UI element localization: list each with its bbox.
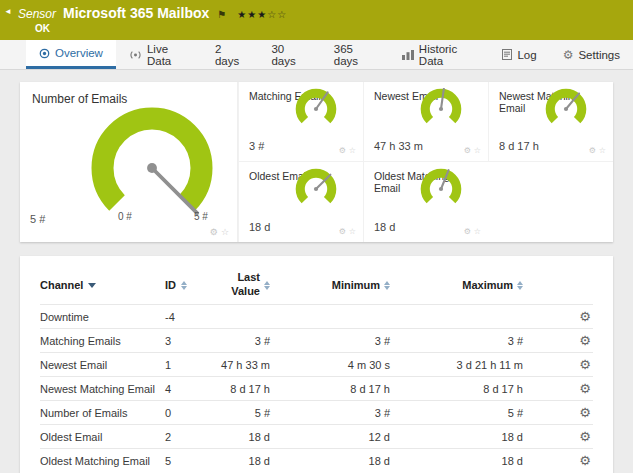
live-data-icon — [129, 50, 142, 60]
gauge-settings-icon[interactable]: ⚙ — [464, 227, 471, 236]
object-kind-label: Sensor — [18, 7, 56, 21]
gauge-card-oldest-email[interactable]: Oldest Email18 d⚙☆ — [238, 162, 363, 242]
channel-id: -4 — [165, 311, 205, 323]
gauge-dial — [295, 88, 337, 134]
channel-id: 1 — [165, 359, 205, 371]
channel-name[interactable]: Oldest Matching Email — [40, 455, 165, 467]
column-header-channel[interactable]: Channel — [40, 279, 165, 291]
channel-settings-icon[interactable]: ⚙ — [579, 453, 593, 468]
gauge-settings-icon[interactable]: ⚙ — [589, 146, 596, 155]
tab-label: Settings — [578, 49, 620, 61]
table-row-downtime[interactable]: Downtime-4⚙ — [40, 304, 593, 328]
channel-minimum: 4 m 30 s — [270, 359, 390, 371]
gauge-settings-icon[interactable]: ⚙ — [339, 146, 346, 155]
channel-maximum: 8 d 17 h — [390, 383, 523, 395]
gauge-dial — [420, 88, 462, 134]
status-badge: OK — [35, 23, 623, 34]
channel-settings-icon[interactable]: ⚙ — [579, 309, 593, 324]
tab-historic-data[interactable]: Historic Data — [389, 40, 490, 69]
gauge-star-icon[interactable]: ☆ — [599, 146, 606, 155]
sort-icon — [181, 281, 187, 290]
channel-id: 5 — [165, 455, 205, 467]
tab-settings[interactable]: ⚙Settings — [550, 40, 633, 69]
gauge-value: 8 d 17 h — [499, 140, 539, 152]
channel-settings-icon[interactable]: ⚙ — [579, 333, 593, 348]
channel-name[interactable]: Oldest Email — [40, 431, 165, 443]
channel-id: 3 — [165, 335, 205, 347]
channel-settings-icon[interactable]: ⚙ — [579, 357, 593, 372]
gauge-card-oldest-matching-email[interactable]: Oldest Matching Email18 d⚙☆ — [363, 162, 488, 242]
sensor-title: Microsoft 365 Mailbox — [63, 5, 209, 21]
gauge-card-newest-email[interactable]: Newest Email47 h 33 m⚙☆ — [363, 82, 488, 162]
channel-maximum: 18 d — [390, 431, 523, 443]
table-row-oldest-email[interactable]: Oldest Email218 d12 d18 d⚙ — [40, 424, 593, 448]
gauge-star-icon[interactable]: ☆ — [474, 146, 481, 155]
tab-log[interactable]: Log — [489, 40, 549, 69]
gauge-star-icon[interactable]: ☆ — [349, 146, 356, 155]
tab-365-days[interactable]: 365 days — [321, 40, 389, 69]
gauge-card-matching-emails[interactable]: Matching Emails3 #⚙☆ — [238, 82, 363, 162]
channel-id: 0 — [165, 407, 205, 419]
channel-last-value: 3 # — [205, 335, 270, 347]
sort-icon — [517, 281, 523, 290]
channel-settings-icon[interactable]: ⚙ — [579, 381, 593, 396]
table-row-oldest-matching-email[interactable]: Oldest Matching Email518 d18 d18 d⚙ — [40, 448, 593, 472]
channel-name[interactable]: Downtime — [40, 311, 165, 323]
channel-last-value: 5 # — [205, 407, 270, 419]
gauges-panel: Number of Emails 0 # 5 # 5 # ⚙☆ Matching… — [20, 82, 613, 242]
gear-icon: ⚙ — [563, 49, 574, 61]
column-label: Minimum — [332, 279, 380, 291]
channel-last-value: 18 d — [205, 455, 270, 467]
channel-last-value: 47 h 33 m — [205, 359, 270, 371]
tab-label: 30 days — [271, 43, 307, 67]
channel-last-value: 18 d — [205, 431, 270, 443]
table-row-matching-emails[interactable]: Matching Emails33 #3 #3 #⚙ — [40, 328, 593, 352]
channel-name[interactable]: Newest Matching Email — [40, 383, 165, 395]
channel-maximum: 18 d — [390, 455, 523, 467]
column-header-id[interactable]: ID — [165, 279, 205, 291]
column-header-last-value[interactable]: Last Value — [205, 271, 270, 299]
gauge-scale-max: 5 # — [194, 211, 208, 222]
channel-settings-icon[interactable]: ⚙ — [579, 429, 593, 444]
column-header-maximum[interactable]: Maximum — [390, 279, 523, 291]
channel-settings-icon[interactable]: ⚙ — [579, 405, 593, 420]
tab-overview[interactable]: Overview — [26, 40, 116, 69]
column-label: Last Value — [220, 271, 260, 299]
collapse-arrow-icon[interactable]: ◄ — [4, 7, 12, 16]
tab-30-days[interactable]: 30 days — [258, 40, 320, 69]
gauge-scale-min: 0 # — [118, 211, 132, 222]
column-label: Maximum — [462, 279, 513, 291]
tab-live-data[interactable]: Live Data — [116, 40, 202, 69]
gauge-settings-icon[interactable]: ⚙ — [339, 227, 346, 236]
priority-stars[interactable]: ★★★☆☆ — [237, 9, 287, 20]
gauge-star-icon[interactable]: ☆ — [221, 227, 229, 237]
column-label: ID — [165, 279, 176, 291]
overview-icon — [39, 48, 50, 59]
channel-last-value: 8 d 17 h — [205, 383, 270, 395]
gauge-card-newest-matching-email[interactable]: Newest Matching Email8 d 17 h⚙☆ — [488, 82, 613, 162]
tab-label: Log — [517, 49, 536, 61]
gauge-settings-icon[interactable]: ⚙ — [210, 227, 218, 237]
gauge-dial — [545, 88, 587, 134]
tab-label: 365 days — [334, 43, 376, 67]
channel-name[interactable]: Newest Email — [40, 359, 165, 371]
tab-label: 2 days — [215, 43, 246, 67]
channel-name[interactable]: Number of Emails — [40, 407, 165, 419]
tab-2-days[interactable]: 2 days — [202, 40, 259, 69]
table-row-newest-email[interactable]: Newest Email147 h 33 m4 m 30 s3 d 21 h 1… — [40, 352, 593, 376]
column-header-minimum[interactable]: Minimum — [270, 279, 390, 291]
gauge-card-number-of-emails[interactable]: Number of Emails 0 # 5 # 5 # ⚙☆ — [20, 82, 238, 242]
gauge-star-icon[interactable]: ☆ — [349, 227, 356, 236]
column-label: Channel — [40, 279, 83, 291]
channel-name[interactable]: Matching Emails — [40, 335, 165, 347]
channel-maximum: 3 d 21 h 11 m — [390, 359, 523, 371]
table-row-newest-matching-email[interactable]: Newest Matching Email48 d 17 h8 d 17 h8 … — [40, 376, 593, 400]
gauge-star-icon[interactable]: ☆ — [474, 227, 481, 236]
sensor-header: ◄ Sensor Microsoft 365 Mailbox ⚑ ★★★☆☆ O… — [0, 0, 633, 40]
stars-filled: ★★★ — [237, 9, 267, 20]
gauge-value: 5 # — [30, 213, 45, 225]
flag-icon[interactable]: ⚑ — [217, 9, 226, 20]
gauge-settings-icon[interactable]: ⚙ — [464, 146, 471, 155]
table-row-number-of-emails[interactable]: Number of Emails05 #3 #5 #⚙ — [40, 400, 593, 424]
gauge-dial — [420, 168, 462, 214]
